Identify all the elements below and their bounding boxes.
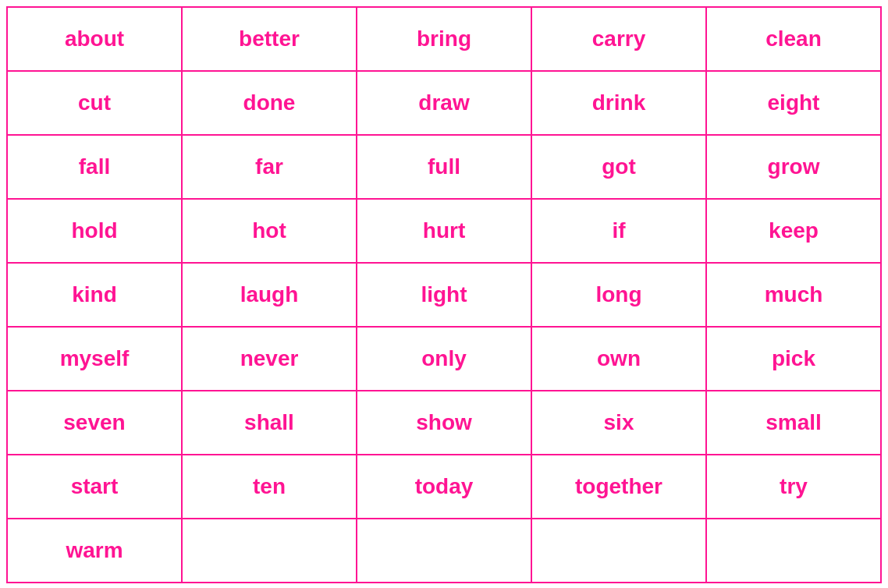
word-cell: six [531, 391, 706, 455]
table-row: myselfneveronlyownpick [7, 327, 881, 391]
table-row: sevenshallshowsixsmall [7, 391, 881, 455]
word-cell: light [357, 263, 531, 327]
word-cell: laugh [182, 263, 357, 327]
word-cell: keep [706, 199, 881, 263]
table-row: aboutbetterbringcarryclean [7, 7, 881, 71]
word-cell: long [531, 263, 706, 327]
word-cell [706, 519, 881, 583]
word-cell: warm [7, 519, 182, 583]
word-cell: drink [531, 71, 706, 135]
word-cell: about [7, 7, 182, 71]
word-cell: grow [706, 135, 881, 199]
table-row: kindlaughlightlongmuch [7, 263, 881, 327]
word-cell: myself [7, 327, 182, 391]
table-row: holdhothurtifkeep [7, 199, 881, 263]
word-cell [182, 519, 357, 583]
word-cell: try [706, 455, 881, 519]
word-cell: kind [7, 263, 182, 327]
word-cell: full [357, 135, 531, 199]
word-cell: hurt [357, 199, 531, 263]
word-cell: got [531, 135, 706, 199]
word-cell: hot [182, 199, 357, 263]
word-cell: only [357, 327, 531, 391]
word-cell: carry [531, 7, 706, 71]
word-cell: if [531, 199, 706, 263]
word-cell: today [357, 455, 531, 519]
word-cell: pick [706, 327, 881, 391]
word-cell: show [357, 391, 531, 455]
word-cell: bring [357, 7, 531, 71]
word-grid: aboutbetterbringcarrycleancutdonedrawdri… [6, 6, 882, 583]
word-cell: eight [706, 71, 881, 135]
word-cell: small [706, 391, 881, 455]
word-cell: draw [357, 71, 531, 135]
word-cell: own [531, 327, 706, 391]
word-cell: fall [7, 135, 182, 199]
table-row: fallfarfullgotgrow [7, 135, 881, 199]
word-cell: start [7, 455, 182, 519]
table-row: cutdonedrawdrinkeight [7, 71, 881, 135]
word-cell: done [182, 71, 357, 135]
word-cell [531, 519, 706, 583]
word-cell: cut [7, 71, 182, 135]
word-cell: shall [182, 391, 357, 455]
word-cell: never [182, 327, 357, 391]
word-cell: far [182, 135, 357, 199]
word-cell: seven [7, 391, 182, 455]
word-cell: hold [7, 199, 182, 263]
word-cell: together [531, 455, 706, 519]
word-cell: much [706, 263, 881, 327]
word-cell: better [182, 7, 357, 71]
table-row: starttentodaytogethertry [7, 455, 881, 519]
table-row: warm [7, 519, 881, 583]
word-cell: clean [706, 7, 881, 71]
word-cell [357, 519, 531, 583]
word-cell: ten [182, 455, 357, 519]
